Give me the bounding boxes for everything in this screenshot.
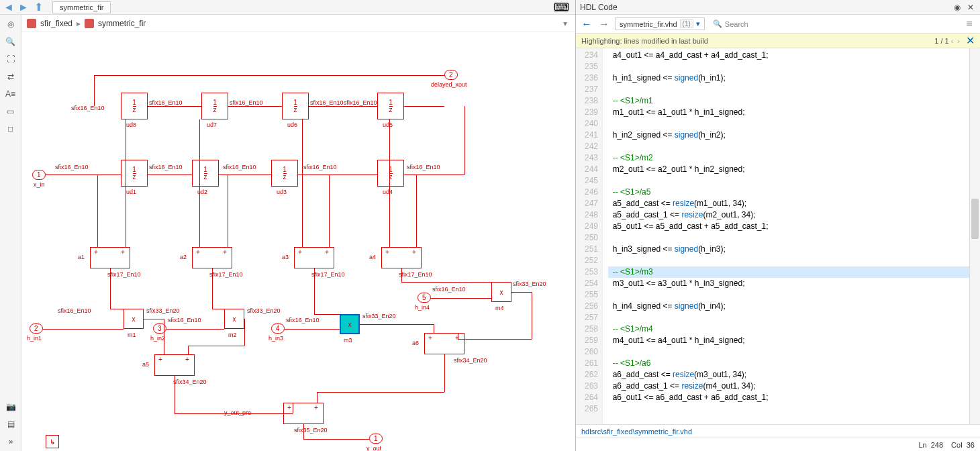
wire-type-8: sfix16_En10 (310, 99, 344, 106)
delay-ud2[interactable]: 1z (192, 160, 219, 187)
wire-type-m2: sfix33_En20 (247, 307, 281, 314)
port-dxout[interactable]: 2 (444, 70, 458, 80)
expand-icon[interactable]: » (4, 435, 17, 448)
wire-type-1: sfix16_En10 (55, 164, 89, 170)
delay-ud1[interactable]: 1z (121, 160, 148, 187)
a4-type: sfix17_En10 (399, 271, 432, 278)
prev-highlight-icon[interactable]: ‹ (951, 37, 954, 45)
mult-m4[interactable]: x (491, 282, 511, 302)
code-forward-icon[interactable]: → (597, 17, 611, 31)
breadcrumb-leaf[interactable]: symmetric_fir (98, 19, 146, 28)
model-canvas[interactable]: 1 x_in 2 delayed_xout 1z ud8 1z ud7 1z u… (21, 32, 575, 451)
simulink-pane: ◄ ► ⬆ symmetric_fir ⌨ ◎ 🔍 ⛶ ⇄ A≡ ▭ □ 📷 ▤… (0, 0, 576, 451)
port-dxout-label: delayed_xout (431, 81, 467, 88)
wire-type-m4: sfix33_En20 (513, 281, 546, 287)
ln-label: Ln (918, 441, 926, 449)
a3-label: a3 (282, 254, 289, 260)
port-hin1[interactable]: 2 (30, 323, 43, 334)
box-icon[interactable]: □ (4, 122, 17, 136)
model-icon (27, 19, 36, 28)
menu-icon[interactable]: ≡ (963, 17, 976, 31)
mult-m3[interactable]: x (340, 314, 360, 334)
forward-icon[interactable]: ► (17, 1, 30, 13)
annotate-icon[interactable]: A≡ (4, 87, 17, 101)
wire-type-13: sfix16_En10 (286, 317, 320, 323)
file-path[interactable]: hdlsrc\sfir_fixed\symmetric_fir.vhd (576, 424, 980, 438)
close-highlight-icon[interactable]: ✕ (966, 34, 975, 47)
col-label: Col (951, 441, 963, 449)
ud6-label: ud6 (287, 121, 297, 128)
port-hin4[interactable]: 5 (418, 293, 431, 303)
close-panel-icon[interactable]: ✕ (965, 2, 976, 13)
back-icon[interactable]: ◄ (3, 1, 15, 13)
yout-label: y_out (366, 445, 381, 451)
hin3-label: h_in3 (268, 335, 283, 342)
breadcrumb[interactable]: sfir_fixed ▸ symmetric_fir ▾ (21, 15, 575, 32)
wire-type-11: sfix16_En10 (58, 307, 91, 314)
list-icon[interactable]: ▤ (4, 417, 17, 431)
delay-ud3[interactable]: 1z (271, 160, 298, 187)
delay-ud5[interactable]: 1z (377, 93, 404, 119)
code-pane: HDL Code ◉ ✕ ← → symmetric_fir.vhd (1) ▾… (576, 0, 980, 451)
search-box[interactable]: 🔍 Search (713, 19, 959, 28)
scroll-thumb[interactable] (971, 199, 979, 239)
file-name: symmetric_fir.vhd (620, 20, 677, 28)
dropdown-icon[interactable]: ▾ (563, 19, 567, 28)
code-header: HDL Code ◉ ✕ (576, 0, 980, 15)
zoom-in-icon[interactable]: 🔍 (4, 35, 17, 48)
wire-type-m1: sfix33_En20 (146, 307, 180, 314)
code-body[interactable]: a4_out1 <= a4_add_cast + a4_add_cast_1; … (603, 48, 980, 424)
target-icon[interactable]: ◎ (4, 17, 17, 31)
subsystem-icon (85, 19, 94, 28)
delay-ud7[interactable]: 1z (201, 93, 228, 119)
delay-ud4[interactable]: 1z (377, 160, 404, 187)
breadcrumb-root[interactable]: sfir_fixed (40, 19, 72, 28)
a1-label: a1 (78, 254, 85, 260)
a6-label: a6 (412, 340, 419, 346)
fit-icon[interactable]: ⛶ (4, 52, 17, 66)
port-xin-label: x_in (34, 181, 45, 188)
highlight-message: Highlighting: lines modified in last bui… (581, 37, 708, 45)
line-gutter: 2342352362372382392402412422432442452462… (576, 48, 603, 424)
ud1-label: ud1 (126, 189, 136, 195)
wire-type-9: sfix16_En10 (344, 99, 377, 106)
signals-icon[interactable]: ⇄ (4, 70, 17, 83)
next-highlight-icon[interactable]: › (957, 37, 960, 45)
scrollbar[interactable] (969, 48, 980, 424)
a6-type: sfix34_En20 (454, 357, 487, 364)
camera-icon[interactable]: 📷 (4, 400, 17, 413)
port-yout[interactable]: 1 (369, 434, 383, 444)
wire-type-10: sfix16_En10 (71, 105, 105, 111)
model-tab[interactable]: symmetric_fir (52, 1, 111, 13)
ud4-label: ud4 (383, 189, 393, 195)
ln-value: 248 (931, 441, 943, 449)
keyboard-icon[interactable]: ⌨ (554, 3, 569, 12)
model-badge-icon[interactable]: ↳ (46, 435, 59, 448)
m4-label: m4 (495, 305, 504, 311)
a1-type: sfix17_En10 (107, 271, 141, 278)
delay-ud6[interactable]: 1z (282, 93, 309, 119)
dock-icon[interactable]: ◉ (952, 2, 963, 13)
a2-type: sfix17_En10 (209, 271, 243, 278)
status-bar: Ln 248 Col 36 (576, 438, 980, 451)
search-placeholder: Search (725, 20, 748, 28)
wire-type-14: sfix16_En10 (432, 286, 466, 293)
port-hin3[interactable]: 4 (271, 323, 285, 334)
code-toolbar: ← → symmetric_fir.vhd (1) ▾ 🔍 Search ≡ (576, 15, 980, 34)
image-icon[interactable]: ▭ (4, 105, 17, 118)
a5-label: a5 (142, 361, 149, 368)
file-selector[interactable]: symmetric_fir.vhd (1) ▾ (615, 17, 705, 30)
left-toolbar: ◎ 🔍 ⛶ ⇄ A≡ ▭ □ 📷 ▤ » (0, 15, 21, 451)
a3-type: sfix17_En10 (311, 271, 345, 278)
up-icon[interactable]: ⬆ (32, 1, 44, 13)
mult-m1[interactable]: x (124, 309, 144, 329)
ud8-label: ud8 (126, 121, 136, 128)
chevron-right-icon: ▸ (77, 19, 81, 28)
code-back-icon[interactable]: ← (580, 17, 593, 31)
delay-ud8[interactable]: 1z (121, 93, 148, 119)
port-xin[interactable]: 1 (32, 170, 46, 180)
ud5-label: ud5 (383, 121, 393, 128)
m1-label: m1 (128, 332, 136, 338)
mult-m2[interactable]: x (224, 309, 244, 329)
code-editor[interactable]: 2342352362372382392402412422432442452462… (576, 48, 980, 424)
